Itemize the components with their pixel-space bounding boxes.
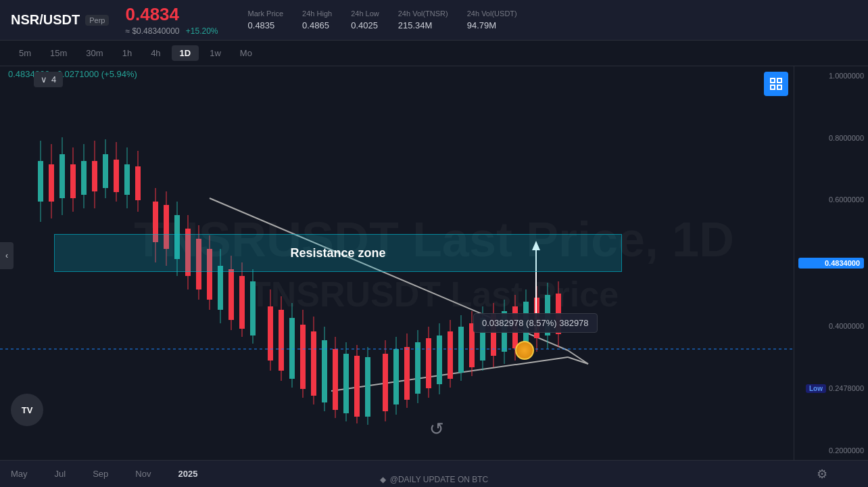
timeframe-btn-4h[interactable]: 4h (143, 45, 168, 61)
low-tag: Low (806, 384, 826, 393)
svg-rect-101 (771, 78, 775, 83)
price-label-4: 0.4000000 (798, 322, 864, 330)
stat-value-0: 0.4835 (248, 20, 284, 30)
svg-rect-77 (448, 331, 453, 379)
svg-rect-104 (777, 85, 781, 89)
svg-rect-17 (103, 154, 108, 188)
svg-rect-53 (311, 331, 316, 396)
svg-rect-79 (458, 327, 464, 373)
ohlc-display: 0.4834000 +0.0271000 (+5.94%) (8, 69, 137, 79)
timeframe-btn-15m[interactable]: 15m (42, 45, 75, 61)
timeframe-btn-Mo[interactable]: Mo (232, 45, 260, 61)
svg-rect-67 (393, 349, 399, 404)
time-label-jul: Jul (55, 469, 66, 479)
time-label-may: May (11, 469, 28, 479)
svg-rect-13 (81, 161, 87, 195)
timeframe-btn-1D[interactable]: 1D (172, 45, 199, 61)
svg-rect-23 (135, 166, 141, 200)
time-label-nov: Nov (135, 469, 151, 479)
svg-rect-75 (437, 335, 442, 384)
tooltip-text: 0.0382978 (8.57%) 382978 (482, 318, 589, 328)
price-label-1: 1.0000000 (798, 72, 864, 80)
svg-rect-103 (771, 85, 775, 89)
stat-label-0: Mark Price (248, 9, 284, 18)
svg-rect-73 (426, 338, 431, 388)
svg-rect-57 (333, 349, 338, 410)
svg-rect-39 (228, 269, 234, 320)
dropdown-number: 4 (51, 74, 56, 85)
svg-rect-45 (268, 306, 273, 361)
svg-rect-7 (49, 164, 54, 202)
stat-label-3: 24h Vol(TNSR) (398, 9, 448, 18)
timeframe-bar: 5m15m30m1h4h1D1wMo (0, 41, 868, 66)
dropdown-btn[interactable]: ∨ 4 (34, 72, 63, 87)
stat-label-2: 24h Low (351, 9, 379, 18)
svg-rect-69 (404, 347, 410, 400)
price-axis: 1.0000000 0.8000000 0.6000000 0.4834000 … (794, 66, 868, 460)
price-label-2: 0.8000000 (798, 134, 864, 142)
svg-rect-59 (343, 354, 349, 413)
svg-line-2 (568, 350, 588, 364)
symbol-name: NSR/USDT (11, 12, 80, 28)
svg-rect-19 (114, 160, 119, 192)
header: NSR/USDT Perp 0.4834 ≈ $0.48340000 +15.2… (0, 0, 868, 41)
price-label-current: 0.4834000 (798, 258, 864, 269)
svg-rect-43 (250, 281, 256, 335)
refresh-btn[interactable]: ↺ (429, 419, 444, 440)
timeframe-btn-1w[interactable]: 1w (201, 45, 229, 61)
bottom-bar: May Jul Sep Nov 2025 ⚙ ◆ @DAILY UPDATE O… (0, 460, 868, 487)
chevron-down-icon: ∨ (41, 74, 47, 85)
ohlc-bar: 0.4834000 +0.0271000 (+5.94%) (8, 69, 137, 79)
circle-indicator (515, 341, 534, 360)
settings-icon[interactable]: ⚙ (817, 467, 827, 482)
timeframe-btn-5m[interactable]: 5m (11, 45, 39, 61)
svg-rect-11 (70, 164, 76, 198)
svg-rect-63 (365, 357, 370, 417)
collapse-btn[interactable] (764, 72, 788, 96)
svg-rect-41 (239, 276, 245, 329)
svg-line-3 (568, 357, 588, 364)
timeframe-btn-1h[interactable]: 1h (114, 45, 140, 61)
stat-item-4: 24h Vol(USDT)94.79M (467, 9, 517, 30)
watermark-credit: ◆ @DAILY UPDATE ON BTC (0, 475, 868, 487)
price-tooltip: 0.0382978 (8.57%) 382978 (473, 313, 598, 333)
svg-rect-55 (322, 340, 327, 402)
stat-value-1: 0.4865 (302, 20, 332, 30)
stat-value-2: 0.4025 (351, 20, 379, 30)
svg-rect-61 (354, 356, 360, 417)
stat-label-1: 24h High (302, 9, 332, 18)
stat-value-3: 215.34M (398, 20, 448, 30)
credit-text: @DAILY UPDATE ON BTC (390, 475, 489, 484)
stat-item-0: Mark Price0.4835 (248, 9, 284, 30)
resistance-label: Resistance zone (290, 246, 385, 260)
low-value: 0.2478000 (829, 384, 864, 392)
sidebar-toggle[interactable]: ‹ (0, 242, 14, 269)
price-label-3: 0.6000000 (798, 195, 864, 204)
svg-rect-37 (218, 266, 223, 310)
svg-rect-65 (383, 354, 388, 411)
stat-item-1: 24h High0.4865 (302, 9, 332, 30)
usd-price: ≈ $0.48340000 +15.20% (125, 26, 218, 36)
tv-logo: TV (11, 394, 43, 426)
svg-rect-49 (289, 318, 295, 379)
svg-rect-102 (777, 78, 781, 83)
time-label-sep: Sep (93, 469, 108, 479)
stat-item-2: 24h Low0.4025 (351, 9, 379, 30)
expand-icon (769, 77, 783, 91)
svg-rect-15 (92, 161, 97, 191)
chart-container: TNSRUSDT Last Price, 1D TNSRUSDT Last Pr… (0, 66, 868, 460)
symbol-block: NSR/USDT Perp (11, 12, 109, 28)
stat-item-3: 24h Vol(TNSR)215.34M (398, 9, 448, 30)
timeframe-btn-30m[interactable]: 30m (78, 45, 111, 61)
change-pct: +15.20% (186, 26, 218, 36)
perp-badge: Perp (85, 15, 109, 26)
chevron-left-icon: ‹ (5, 251, 8, 260)
svg-rect-9 (59, 154, 65, 198)
main-price: 0.4834 (125, 4, 218, 25)
stat-label-4: 24h Vol(USDT) (467, 9, 517, 18)
price-block: 0.4834 ≈ $0.48340000 +15.20% (125, 4, 218, 36)
price-label-low: Low 0.2478000 (798, 384, 864, 393)
svg-rect-5 (38, 161, 43, 202)
diamond-icon: ◆ (380, 475, 386, 484)
svg-line-1 (331, 357, 568, 391)
